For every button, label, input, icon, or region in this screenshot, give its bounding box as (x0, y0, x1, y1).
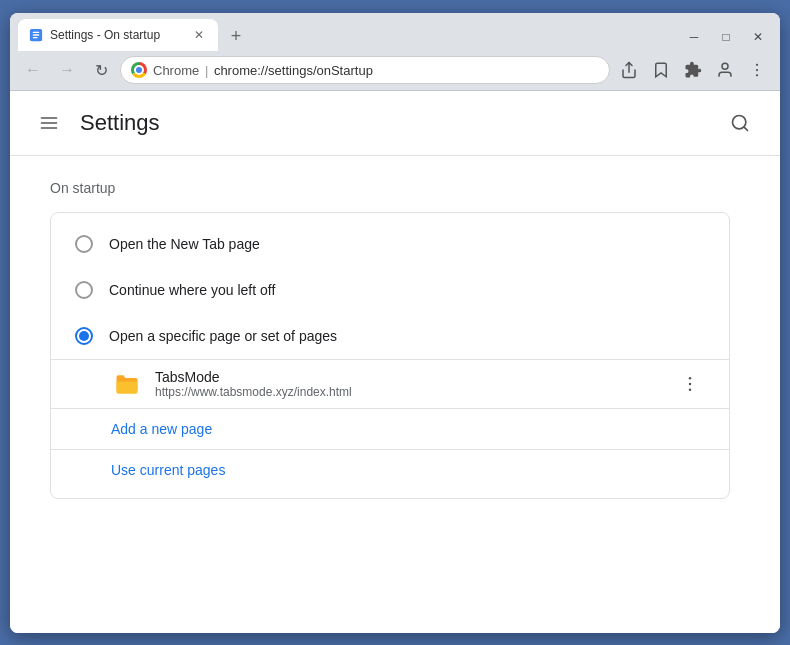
radio-new-tab[interactable] (75, 235, 93, 253)
option-specific-label: Open a specific page or set of pages (109, 328, 337, 344)
add-new-page-link[interactable]: Add a new page (51, 409, 729, 449)
back-button[interactable]: ← (18, 55, 48, 85)
window-controls: ─ □ ✕ (680, 27, 772, 51)
reload-button[interactable]: ↻ (86, 55, 116, 85)
radio-continue[interactable] (75, 281, 93, 299)
option-specific[interactable]: Open a specific page or set of pages (51, 313, 729, 359)
bookmark-button[interactable] (646, 55, 676, 85)
tab-favicon (28, 27, 44, 43)
browser-window: Settings - On startup ✕ + ─ □ ✕ ← → ↻ Ch… (10, 13, 780, 633)
new-tab-button[interactable]: + (222, 23, 250, 51)
tab-title: Settings - On startup (50, 28, 184, 42)
svg-point-13 (689, 388, 692, 391)
close-button[interactable]: ✕ (744, 27, 772, 47)
option-continue[interactable]: Continue where you left off (51, 267, 729, 313)
settings-header: Settings (10, 91, 780, 156)
startup-page-url: https://www.tabsmode.xyz/index.html (155, 385, 663, 399)
option-new-tab[interactable]: Open the New Tab page (51, 221, 729, 267)
minimize-button[interactable]: ─ (680, 27, 708, 47)
address-bar[interactable]: Chrome | chrome://settings/onStartup (120, 56, 610, 84)
tab-close-button[interactable]: ✕ (190, 26, 208, 44)
svg-point-3 (756, 64, 758, 66)
svg-point-12 (689, 382, 692, 385)
toolbar: ← → ↻ Chrome | chrome://settings/onStart… (10, 51, 780, 91)
option-new-tab-label: Open the New Tab page (109, 236, 260, 252)
settings-content: On startup Open the New Tab page Continu… (10, 156, 780, 523)
svg-point-5 (756, 74, 758, 76)
extensions-button[interactable] (678, 55, 708, 85)
settings-page: Settings On startup Open the New Tab pag… (10, 91, 780, 633)
search-button[interactable] (724, 107, 756, 139)
maximize-button[interactable]: □ (712, 27, 740, 47)
startup-page-item: TabsMode https://www.tabsmode.xyz/index.… (51, 360, 729, 408)
forward-button[interactable]: → (52, 55, 82, 85)
startup-options-card: Open the New Tab page Continue where you… (50, 212, 730, 499)
title-bar: Settings - On startup ✕ + ─ □ ✕ (10, 13, 780, 51)
section-title: On startup (50, 180, 740, 196)
address-text: Chrome | chrome://settings/onStartup (153, 63, 599, 78)
radio-specific[interactable] (75, 327, 93, 345)
share-button[interactable] (614, 55, 644, 85)
svg-point-2 (722, 63, 728, 69)
svg-line-10 (744, 126, 748, 130)
hamburger-menu-button[interactable] (34, 108, 64, 138)
toolbar-icons (614, 55, 772, 85)
startup-page-more-button[interactable] (675, 369, 705, 399)
svg-point-11 (689, 376, 692, 379)
startup-page-name: TabsMode (155, 369, 663, 385)
folder-icon (111, 368, 143, 400)
tab-strip: Settings - On startup ✕ + (18, 19, 680, 51)
startup-page-info: TabsMode https://www.tabsmode.xyz/index.… (155, 369, 663, 399)
profile-button[interactable] (710, 55, 740, 85)
option-continue-label: Continue where you left off (109, 282, 275, 298)
page-title: Settings (80, 110, 708, 136)
active-tab[interactable]: Settings - On startup ✕ (18, 19, 218, 51)
chrome-logo-icon (131, 62, 147, 78)
use-current-pages-link[interactable]: Use current pages (51, 450, 729, 490)
menu-button[interactable] (742, 55, 772, 85)
svg-point-4 (756, 69, 758, 71)
